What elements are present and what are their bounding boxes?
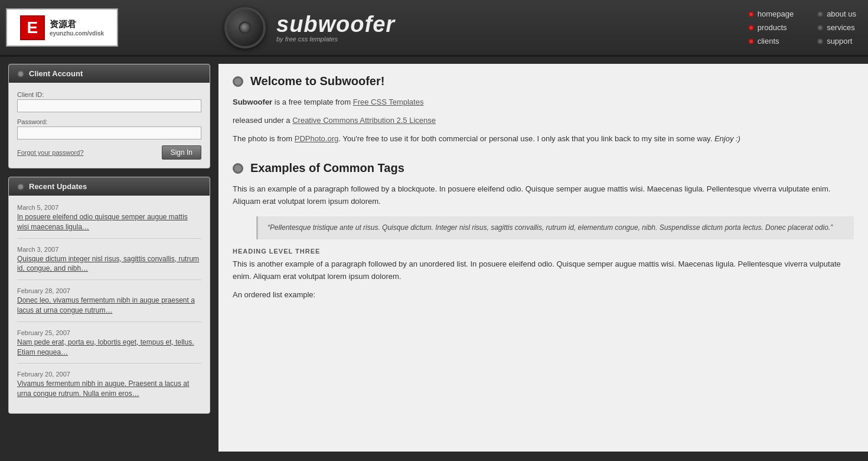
free-css-link[interactable]: Free CSS Templates bbox=[353, 98, 424, 106]
nav-column-2: about us services support bbox=[817, 9, 856, 46]
nav-area: homepage products clients about us bbox=[748, 9, 868, 46]
nav-support[interactable]: support bbox=[817, 37, 856, 46]
nav-columns: homepage products clients about us bbox=[748, 9, 856, 46]
recent-updates-title: Recent Updates bbox=[29, 182, 87, 191]
recent-updates-header: Recent Updates bbox=[9, 177, 210, 196]
update-link-3[interactable]: Donec leo, vivamus fermentum nibh in aug… bbox=[17, 296, 195, 314]
client-id-group: Client ID: bbox=[17, 91, 201, 112]
password-label: Password: bbox=[17, 118, 201, 125]
examples-dot bbox=[233, 163, 243, 174]
client-account-panel: Client Account Client ID: Password: Forg… bbox=[8, 64, 210, 168]
client-account-title: Client Account bbox=[29, 69, 83, 78]
welcome-photo: The photo is from PDPhoto.org. You're fr… bbox=[233, 133, 854, 145]
password-input[interactable] bbox=[17, 126, 201, 139]
nav-products[interactable]: products bbox=[748, 23, 794, 32]
header: E 资源君 eyunzhu.com/vdisk subwoofer by fre… bbox=[0, 0, 868, 57]
recent-updates-body: March 5, 2007 In posuere eleifend odio q… bbox=[9, 196, 210, 413]
update-link-5[interactable]: Vivamus fermentum nibh in augue. Praesen… bbox=[17, 379, 189, 398]
brand-area: subwoofer by free css templates bbox=[224, 7, 748, 48]
logo-area: E 资源君 eyunzhu.com/vdisk bbox=[0, 8, 224, 47]
sign-in-button[interactable]: Sign In bbox=[162, 145, 201, 160]
examples-header: Examples of Common Tags bbox=[233, 161, 854, 175]
brand-name: subwoofer bbox=[276, 13, 395, 35]
forgot-password-link[interactable]: Forgot your password? bbox=[17, 149, 84, 156]
update-date-3: February 28, 2007 bbox=[17, 287, 201, 294]
nav-column-1: homepage products clients bbox=[748, 9, 794, 46]
logo-image: E 资源君 eyunzhu.com/vdisk bbox=[6, 8, 118, 47]
pdphoto-link[interactable]: PDPhoto.org bbox=[295, 134, 338, 143]
update-date-1: March 5, 2007 bbox=[17, 204, 201, 211]
blockquote-text: “Pellentesque tristique ante ut risus. Q… bbox=[256, 216, 854, 239]
update-date-5: February 20, 2007 bbox=[17, 371, 201, 378]
nav-services[interactable]: services bbox=[817, 23, 856, 32]
cc-license-link[interactable]: Creative Commons Attribution 2.5 License bbox=[292, 116, 436, 125]
nav-dot-products bbox=[748, 25, 754, 31]
welcome-para: Subwoofer is a free template from Free C… bbox=[233, 96, 854, 109]
logo-letter: E bbox=[20, 15, 45, 40]
nav-dot-clients bbox=[748, 38, 754, 44]
nav-homepage[interactable]: homepage bbox=[748, 9, 794, 18]
welcome-section: Welcome to Subwoofer! Subwoofer is a fre… bbox=[233, 74, 854, 145]
speaker-icon bbox=[224, 7, 266, 48]
update-item-4: February 25, 2007 Nam pede erat, porta e… bbox=[17, 329, 201, 364]
examples-section: Examples of Common Tags This is an examp… bbox=[233, 161, 854, 301]
welcome-header: Welcome to Subwoofer! bbox=[233, 74, 854, 88]
client-id-label: Client ID: bbox=[17, 91, 201, 98]
nav-about-us[interactable]: about us bbox=[817, 9, 856, 18]
examples-title: Examples of Common Tags bbox=[250, 161, 404, 175]
welcome-license: released under a Creative Commons Attrib… bbox=[233, 115, 854, 127]
client-account-body: Client ID: Password: Forgot your passwor… bbox=[9, 83, 210, 168]
logo-url: eyunzhu.com/vdisk bbox=[50, 30, 104, 37]
brand-title: subwoofer by free css templates bbox=[276, 13, 395, 43]
content-area: Welcome to Subwoofer! Subwoofer is a fre… bbox=[218, 64, 868, 452]
nav-clients[interactable]: clients bbox=[748, 37, 794, 46]
welcome-title: Welcome to Subwoofer! bbox=[250, 74, 384, 88]
client-id-input[interactable] bbox=[17, 99, 201, 112]
examples-para1: This is an example of a paragraph follow… bbox=[233, 183, 854, 208]
sidebar: Client Account Client ID: Password: Forg… bbox=[0, 64, 218, 452]
nav-dot-support bbox=[817, 38, 823, 44]
brand-subtitle: by free css templates bbox=[276, 35, 395, 43]
update-date-4: February 25, 2007 bbox=[17, 329, 201, 336]
nav-dot-about bbox=[817, 11, 823, 17]
update-item-1: March 5, 2007 In posuere eleifend odio q… bbox=[17, 204, 201, 239]
client-account-header: Client Account bbox=[9, 64, 210, 83]
subwoofer-bold: Subwoofer bbox=[233, 98, 272, 106]
password-group: Password: bbox=[17, 118, 201, 139]
update-date-2: March 3, 2007 bbox=[17, 246, 201, 253]
welcome-dot bbox=[233, 76, 243, 87]
ordered-list-label: An ordered list example: bbox=[233, 289, 854, 301]
update-item-3: February 28, 2007 Donec leo, vivamus fer… bbox=[17, 287, 201, 322]
speaker-inner bbox=[239, 21, 252, 34]
logo-text-block: 资源君 eyunzhu.com/vdisk bbox=[50, 19, 104, 37]
logo-chinese: 资源君 bbox=[50, 19, 104, 30]
main-wrapper: Client Account Client ID: Password: Forg… bbox=[0, 57, 868, 452]
nav-dot-services bbox=[817, 25, 823, 31]
recent-updates-panel: Recent Updates March 5, 2007 In posuere … bbox=[8, 177, 210, 414]
heading-level-three: HEADING LEVEL THREE bbox=[233, 248, 854, 255]
update-item-2: March 3, 2007 Quisque dictum integer nis… bbox=[17, 246, 201, 281]
update-link-2[interactable]: Quisque dictum integer nisl risus, sagit… bbox=[17, 255, 199, 273]
update-link-4[interactable]: Nam pede erat, porta eu, lobortis eget, … bbox=[17, 338, 194, 356]
update-link-1[interactable]: In posuere eleifend odio quisque semper … bbox=[17, 213, 188, 231]
recent-updates-dot bbox=[17, 183, 24, 190]
update-item-5: February 20, 2007 Vivamus fermentum nibh… bbox=[17, 371, 201, 405]
form-actions: Forgot your password? Sign In bbox=[17, 145, 201, 160]
examples-para2: This is another example of a paragraph f… bbox=[233, 258, 854, 283]
panel-header-dot bbox=[17, 70, 24, 77]
nav-dot-homepage bbox=[748, 11, 754, 17]
